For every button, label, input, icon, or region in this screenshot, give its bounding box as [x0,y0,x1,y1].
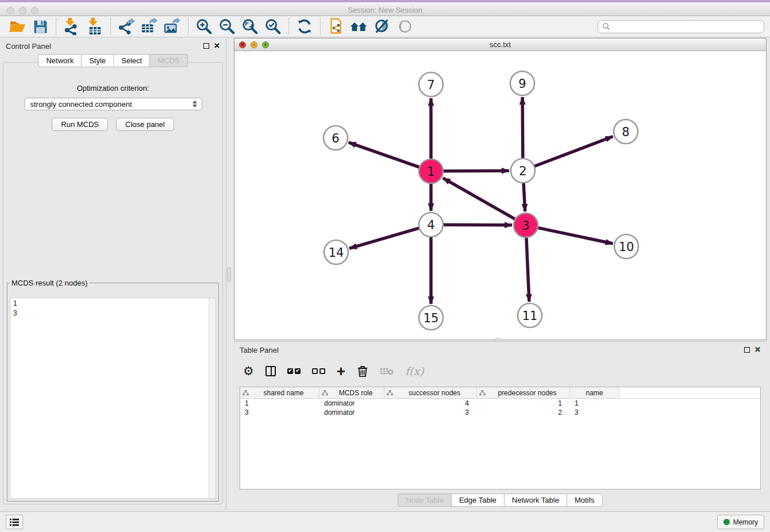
table-toolbar: ⚙ ✔✔ + f(x) [234,360,767,382]
table-cell[interactable]: 3 [570,408,619,417]
export-network-icon[interactable] [115,17,138,36]
toolbar-separator [288,18,289,35]
clone-network-icon[interactable] [325,17,348,36]
save-session-icon[interactable] [29,17,52,36]
show-graphics-details-icon[interactable] [394,17,417,36]
import-table-icon[interactable] [83,17,106,36]
table-body: 1dominator4113dominator323 [240,399,760,417]
table-row[interactable]: 1dominator411 [240,399,760,408]
tab-node-table[interactable]: Node Table [398,494,452,507]
create-column-icon[interactable]: + [337,364,345,379]
optimization-criterion-label: Optimization criterion: [3,84,222,92]
zoom-selected-icon[interactable] [261,17,284,36]
column-header-MCDS-role[interactable]: MCDS role [319,387,384,398]
table-cell[interactable]: 1 [240,399,319,408]
graph-node-1[interactable]: 1 [419,159,443,183]
tab-select[interactable]: Select [114,54,150,67]
show-style-icon[interactable] [371,17,394,36]
vertical-splitter-grip[interactable] [227,267,231,282]
select-all-icon[interactable]: ✔✔ [287,364,301,379]
node-label: 10 [619,240,634,254]
toolbar-separator [56,18,56,35]
mcds-result-area[interactable]: 13 [10,298,216,499]
edge-2-8[interactable] [534,137,613,167]
export-image-icon[interactable] [161,17,184,36]
column-header-name[interactable]: name [570,387,619,398]
column-header-shared-name[interactable]: shared name [240,387,319,398]
table-cell[interactable]: 3 [240,408,319,417]
frame-maximize-icon[interactable]: + [262,41,269,48]
status-bar: Memory [0,511,770,532]
table-mode-gear-icon[interactable]: ⚙ [243,364,254,379]
open-session-icon[interactable] [6,17,29,36]
table-cell[interactable]: 1 [477,399,570,408]
graph-node-7[interactable]: 7 [419,72,443,97]
first-neighbors-icon[interactable] [348,17,371,36]
tab-mcds[interactable]: MCDS [150,54,187,67]
float-table-panel-icon[interactable] [744,347,750,353]
criterion-select[interactable]: strongly connected component [24,98,202,110]
float-panel-icon[interactable] [203,43,209,49]
column-label: name [572,389,617,397]
graph-node-6[interactable]: 6 [324,126,348,150]
column-label: predecessor nodes [487,389,567,397]
import-network-icon[interactable] [60,17,83,36]
graph-node-14[interactable]: 14 [324,240,348,264]
edge-3-11[interactable] [526,237,529,302]
tab-motifs[interactable]: Motifs [567,494,603,507]
deselect-all-icon[interactable] [312,364,325,379]
table-cell[interactable]: dominator [319,399,384,408]
delete-columns-icon[interactable] [357,364,368,379]
graph-node-9[interactable]: 9 [510,71,534,95]
edge-1-2[interactable] [443,171,509,171]
result-scrollbar[interactable] [209,298,215,498]
edge-2-9[interactable] [522,97,523,159]
frame-minimize-icon[interactable]: − [251,41,257,48]
graph-node-3[interactable]: 3 [514,213,538,237]
zoom-fit-icon[interactable] [238,17,261,36]
tab-edge-table[interactable]: Edge Table [452,494,505,507]
edge-1-6[interactable] [349,142,420,167]
search-icon [602,22,611,31]
hierarchy-icon [322,390,328,396]
edge-3-10[interactable] [538,228,613,244]
apply-layout-icon[interactable] [293,17,316,36]
close-panel-icon[interactable]: ✕ [214,43,220,49]
edge-4-14[interactable] [349,228,419,248]
column-label: shared name [251,389,317,397]
graph-node-10[interactable]: 10 [614,234,638,259]
edge-2-3[interactable] [523,183,525,211]
table-cell[interactable]: 3 [384,408,477,417]
column-header-predecessor-nodes[interactable]: predecessor nodes [477,387,570,398]
show-columns-icon[interactable] [265,364,276,379]
search-input[interactable] [613,21,764,32]
column-header-successor-nodes[interactable]: successor nodes [384,387,477,398]
memory-button[interactable]: Memory [717,515,764,529]
graph-node-8[interactable]: 8 [614,119,638,144]
table-cell[interactable]: 4 [384,399,477,408]
frame-close-icon[interactable]: ✕ [239,41,246,48]
graph-node-4[interactable]: 4 [419,213,443,237]
run-mcds-button[interactable]: Run MCDS [52,118,108,131]
graph-node-2[interactable]: 2 [511,159,535,183]
network-window-titlebar[interactable]: ✕ − + scc.txt [234,38,766,51]
zoom-in-icon[interactable] [192,17,215,36]
zoom-out-icon[interactable] [215,17,238,36]
network-canvas[interactable]: 7968124314101511 [234,51,766,340]
export-table-icon[interactable] [138,17,161,36]
table-cell[interactable]: 2 [477,408,570,417]
tab-style[interactable]: Style [82,54,114,67]
edge-4-3[interactable] [443,225,512,225]
close-panel-button[interactable]: Close panel [116,118,174,131]
edge-3-1[interactable] [443,178,515,219]
table-row[interactable]: 3dominator323 [240,408,760,417]
tab-network-table[interactable]: Network Table [505,494,567,507]
tab-network[interactable]: Network [38,54,82,67]
close-table-panel-icon[interactable]: ✕ [754,347,761,353]
graph-node-15[interactable]: 15 [419,306,443,330]
search-field[interactable] [598,20,764,33]
table-cell[interactable]: dominator [319,408,384,417]
table-cell[interactable]: 1 [570,399,619,408]
graph-node-11[interactable]: 11 [518,303,542,327]
task-history-button[interactable] [6,515,23,529]
